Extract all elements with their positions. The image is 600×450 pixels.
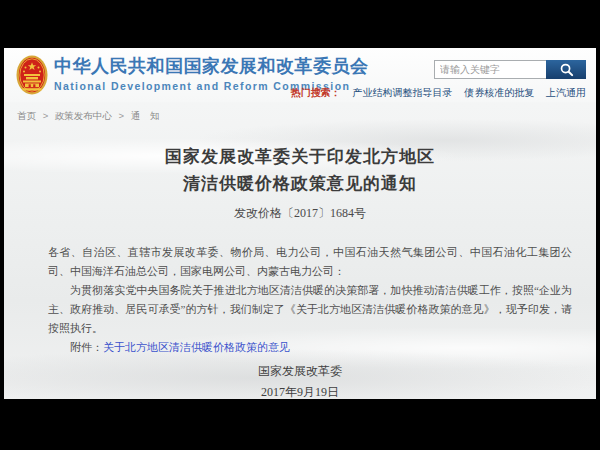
- signature-date: 2017年9月19日: [4, 382, 596, 399]
- document-body: 各省、自治区、直辖市发展改革委、物价局、电力公司，中国石油天然气集团公司、中国石…: [48, 243, 572, 357]
- signature-org: 国家发展改革委: [4, 361, 596, 382]
- screenshot-frame: 中华人民共和国国家发展和改革委员会 National Development a…: [0, 0, 600, 450]
- attachment-line: 附件：关于北方地区清洁供暖价格政策的意见: [48, 338, 572, 357]
- main-paragraph: 为贯彻落实党中央国务院关于推进北方地区清洁供暖的决策部署，加快推动清洁供暖工作，…: [48, 281, 572, 338]
- document-title-line1: 国家发展改革委关于印发北方地区: [4, 145, 596, 168]
- document-number: 发改价格〔2017〕1684号: [4, 205, 596, 222]
- attachment-label: 附件：: [70, 341, 103, 353]
- signature-block: 国家发展改革委 2017年9月19日: [4, 361, 596, 399]
- document-title-line2: 清洁供暖价格政策意见的通知: [4, 172, 596, 195]
- notice-document: 国家发展改革委关于印发北方地区 清洁供暖价格政策意见的通知 发改价格〔2017〕…: [4, 48, 596, 399]
- webpage: 中华人民共和国国家发展和改革委员会 National Development a…: [4, 48, 596, 399]
- salutation-paragraph: 各省、自治区、直辖市发展改革委、物价局、电力公司，中国石油天然气集团公司、中国石…: [48, 243, 572, 281]
- attachment-link[interactable]: 关于北方地区清洁供暖价格政策的意见: [103, 341, 290, 353]
